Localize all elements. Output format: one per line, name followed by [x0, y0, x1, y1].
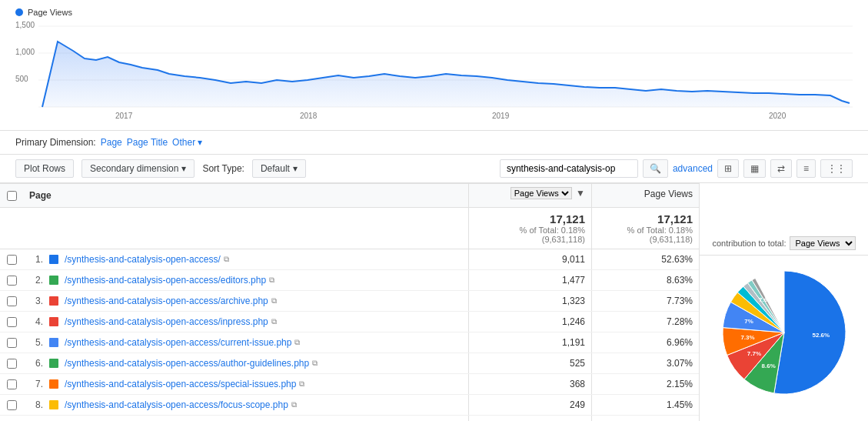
select-all-checkbox[interactable]	[7, 191, 17, 201]
row-views-0: 9,011	[468, 249, 591, 269]
row-page-3: /synthesis-and-catalysis-open-access/inp…	[46, 312, 468, 332]
row-check-0[interactable]	[0, 250, 23, 269]
row-check-7[interactable]	[0, 396, 23, 415]
row-page-link-6[interactable]: /synthesis-and-catalysis-open-access/spe…	[65, 379, 296, 389]
svg-text:2020: 2020	[769, 112, 787, 120]
bar-chart-button[interactable]: ▦	[743, 159, 766, 178]
secondary-dimension-button[interactable]: Secondary dimension ▾	[81, 159, 195, 178]
secondary-dim-label: Secondary dimension	[90, 163, 178, 174]
row-checkbox-2[interactable]	[7, 296, 17, 306]
row-checkbox-4[interactable]	[7, 338, 17, 348]
sort-arrow[interactable]: ▼	[576, 188, 585, 199]
search-input[interactable]	[500, 159, 638, 178]
contribution-metric-select[interactable]: Page Views	[790, 236, 856, 250]
header-views2: Page Views	[591, 184, 699, 207]
toolbar: Plot Rows Secondary dimension ▾ Sort Typ…	[0, 155, 868, 183]
row-check-1[interactable]	[0, 271, 23, 290]
row-check-3[interactable]	[0, 312, 23, 332]
row-color-5	[49, 359, 58, 368]
row-external-icon-4[interactable]: ⧉	[294, 338, 300, 347]
row-pct-7: 1.45%	[591, 395, 699, 415]
row-external-icon-0[interactable]: ⧉	[224, 255, 229, 264]
row-page-link-1[interactable]: /synthesis-and-catalysis-open-access/edi…	[65, 275, 266, 286]
pie-label-9: 7.6%	[758, 296, 772, 303]
table-header: Page Page Views ▼ Page Views	[0, 183, 699, 208]
row-num-1: 2.	[23, 270, 46, 290]
row-external-icon-1[interactable]: ⧉	[269, 276, 274, 285]
pivot-button[interactable]: ⇄	[770, 159, 792, 178]
row-views-6: 368	[468, 374, 591, 394]
row-page-link-2[interactable]: /synthesis-and-catalysis-open-access/arc…	[65, 296, 268, 306]
svg-text:1,000: 1,000	[15, 48, 35, 56]
advanced-link[interactable]: advanced	[673, 163, 713, 174]
row-views-4: 1,191	[468, 332, 591, 353]
pie-label-2: 7.7%	[747, 350, 760, 357]
plot-rows-button[interactable]: Plot Rows	[15, 159, 74, 178]
dim-other-dropdown[interactable]: Other ▾	[172, 137, 202, 148]
row-external-icon-7[interactable]: ⧉	[291, 400, 297, 409]
search-button[interactable]: 🔍	[643, 159, 668, 178]
sort-default-button[interactable]: Default ▾	[252, 159, 306, 178]
row-page-link-0[interactable]: /synthesis-and-catalysis-open-access/	[65, 254, 221, 265]
row-check-5[interactable]	[0, 354, 23, 373]
table-row: 6. /synthesis-and-catalysis-open-access/…	[0, 353, 699, 374]
row-page-2: /synthesis-and-catalysis-open-access/arc…	[46, 291, 468, 311]
row-page-link-7[interactable]: /synthesis-and-catalysis-open-access/foc…	[65, 399, 288, 410]
header-check[interactable]	[0, 184, 23, 207]
row-checkbox-3[interactable]	[7, 317, 17, 327]
row-checkbox-0[interactable]	[7, 255, 17, 265]
row-check-6[interactable]	[0, 375, 23, 394]
header-page: Page	[23, 184, 468, 207]
table-wrapper: Page Page Views ▼ Page Views 17,121 % of…	[0, 183, 868, 421]
pie-label-4: 7%	[744, 317, 753, 324]
row-color-2	[49, 296, 58, 306]
row-page-7: /synthesis-and-catalysis-open-access/foc…	[46, 395, 468, 415]
chart-area: Page Views 1,500 1,000 500 2017 2018 201…	[0, 0, 868, 131]
svg-text:2019: 2019	[492, 112, 510, 120]
table-row: 9. /synthesis-and-catalysis-open-access/…	[0, 416, 699, 421]
row-page-link-5[interactable]: /synthesis-and-catalysis-open-access/aut…	[65, 358, 309, 369]
row-page-link-4[interactable]: /synthesis-and-catalysis-open-access/cur…	[65, 337, 291, 348]
row-checkbox-7[interactable]	[7, 400, 17, 410]
row-page-5: /synthesis-and-catalysis-open-access/aut…	[46, 353, 468, 373]
toolbar-right: 🔍 advanced ⊞ ▦ ⇄ ≡ ⋮⋮	[500, 159, 853, 178]
row-color-6	[49, 379, 58, 389]
row-external-icon-5[interactable]: ⧉	[312, 359, 318, 368]
contribution-header: contribution to total: Page Views	[700, 232, 868, 256]
row-checkbox-1[interactable]	[7, 276, 17, 286]
row-page-0: /synthesis-and-catalysis-open-access/ ⧉	[46, 249, 468, 269]
row-views-7: 249	[468, 395, 591, 415]
grid-view-button[interactable]: ⊞	[717, 159, 739, 178]
summary-views-sub: % of Total: 0.18% (9,631,118)	[475, 226, 585, 244]
row-pct-8: 1.31%	[591, 416, 699, 421]
svg-text:1,500: 1,500	[15, 21, 35, 29]
row-checkbox-6[interactable]	[7, 379, 17, 389]
legend-dot	[15, 8, 23, 16]
dim-page-title-link[interactable]: Page Title	[127, 137, 168, 148]
row-num-3: 4.	[23, 312, 46, 332]
pie-header: contribution to total: Page Views 52.6%8…	[700, 232, 868, 409]
dim-page-link[interactable]: Page	[101, 137, 122, 148]
row-num-2: 3.	[23, 291, 46, 311]
row-views-8: 225	[468, 416, 591, 421]
row-external-icon-2[interactable]: ⧉	[271, 296, 277, 306]
row-check-8[interactable]	[0, 416, 23, 422]
row-check-4[interactable]	[0, 333, 23, 353]
table-row: 5. /synthesis-and-catalysis-open-access/…	[0, 332, 699, 353]
row-num-8: 9.	[23, 416, 46, 421]
summary-row: 17,121 % of Total: 0.18% (9,631,118) 17,…	[0, 208, 699, 249]
more-options-button[interactable]: ⋮⋮	[820, 159, 853, 178]
svg-text:2017: 2017	[115, 112, 133, 120]
row-page-8: /synthesis-and-catalysis-open-access/con…	[46, 416, 468, 421]
row-check-2[interactable]	[0, 292, 23, 311]
row-views-2: 1,323	[468, 291, 591, 311]
row-external-icon-6[interactable]: ⧉	[299, 379, 304, 389]
row-external-icon-3[interactable]: ⧉	[271, 317, 277, 326]
row-page-link-3[interactable]: /synthesis-and-catalysis-open-access/inp…	[65, 316, 268, 327]
filter-button[interactable]: ≡	[796, 159, 816, 178]
views-metric-select[interactable]: Page Views	[510, 187, 572, 199]
row-checkbox-5[interactable]	[7, 359, 17, 369]
svg-marker-11	[42, 42, 850, 107]
row-page-1: /synthesis-and-catalysis-open-access/edi…	[46, 270, 468, 290]
header-views-select[interactable]: Page Views ▼	[468, 184, 591, 207]
